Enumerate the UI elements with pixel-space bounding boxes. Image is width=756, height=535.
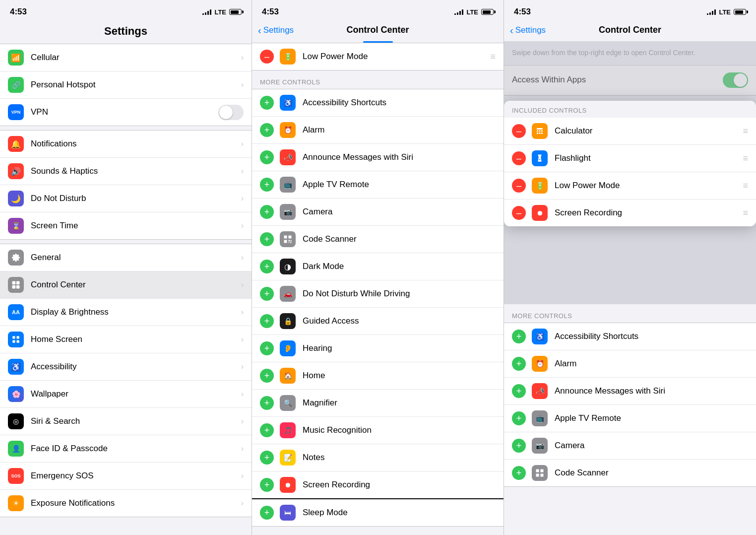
remove-calculator-btn[interactable]: – xyxy=(512,124,526,138)
more-control-notes[interactable]: + 📝 Notes xyxy=(252,444,504,471)
settings-item-cellular[interactable]: 📶 Cellular › xyxy=(0,44,252,71)
more-control-camera3[interactable]: + 📷 Camera xyxy=(504,432,756,460)
add-camera3-btn[interactable]: + xyxy=(512,439,526,453)
settings-item-emergencysos[interactable]: SOS Emergency SOS › xyxy=(0,463,252,490)
back-button-2[interactable]: ‹ Settings xyxy=(258,25,294,35)
included-control-screenrecording[interactable]: – ⏺ Screen Recording ≡ xyxy=(504,200,756,226)
svg-rect-12 xyxy=(289,240,290,242)
included-control-calculator[interactable]: – Calculator ≡ xyxy=(504,118,756,145)
add-accessibility-btn[interactable]: + xyxy=(260,96,274,110)
more-control-announce3[interactable]: + 📣 Announce Messages with Siri xyxy=(504,378,756,405)
panel2-controlcenter: 4:53 LTE ‹ Settings Control Center xyxy=(252,0,504,535)
more-control-dnddriving[interactable]: + 🚗 Do Not Disturb While Driving xyxy=(252,280,504,308)
lte-label-3: LTE xyxy=(719,8,731,16)
more-control-codescanner3[interactable]: + Code Scanner xyxy=(504,460,756,486)
status-bar-2: 4:53 LTE xyxy=(252,0,504,21)
darkmode-icon: ◑ xyxy=(280,259,296,274)
reorder-calculator-icon[interactable]: ≡ xyxy=(743,126,748,136)
codescanner3-label: Code Scanner xyxy=(555,468,748,478)
add-dnddriving-btn[interactable]: + xyxy=(260,287,274,301)
add-sleep-btn[interactable]: + xyxy=(260,506,274,520)
remove-lowpower-btn[interactable]: – xyxy=(260,50,274,64)
add-announce3-btn[interactable]: + xyxy=(512,384,526,398)
access-within-apps-toggle[interactable] xyxy=(723,72,748,88)
more-control-magnifier[interactable]: + 🔍 Magnifier xyxy=(252,390,504,417)
calculator-icon xyxy=(532,123,548,139)
add-appletv-btn[interactable]: + xyxy=(260,178,274,192)
add-guidedaccess-btn[interactable]: + xyxy=(260,314,274,328)
more-control-acc3[interactable]: + ♿ Accessibility Shortcuts xyxy=(504,323,756,350)
more-control-musicrecog[interactable]: + 🎵 Music Recognition xyxy=(252,417,504,444)
add-codescanner-btn[interactable]: + xyxy=(260,232,274,246)
reorder-screenrecording-icon[interactable]: ≡ xyxy=(743,208,748,218)
reorder-lowpower-icon-3[interactable]: ≡ xyxy=(743,181,748,191)
settings-item-display[interactable]: AA Display & Brightness › xyxy=(0,299,252,326)
settings-item-homescreen[interactable]: Home Screen › xyxy=(0,326,252,353)
settings-item-vpn[interactable]: VPN VPN xyxy=(0,99,252,126)
settings-item-faceid[interactable]: 👤 Face ID & Passcode › xyxy=(0,435,252,463)
more-control-alarm3[interactable]: + ⏰ Alarm xyxy=(504,350,756,378)
included-control-lowpower[interactable]: – 🔋 Low Power Mode ≡ xyxy=(504,172,756,200)
more-control-appletv3[interactable]: + 📺 Apple TV Remote xyxy=(504,405,756,432)
settings-item-personal-hotspot[interactable]: 🔗 Personal Hotspot › xyxy=(0,71,252,99)
settings-item-controlcenter[interactable]: Control Center › xyxy=(0,271,252,299)
back-button-3[interactable]: ‹ Settings xyxy=(510,25,546,35)
more-control-screenrecording[interactable]: + ⏺ Screen Recording xyxy=(252,471,504,499)
reorder-lowpower-icon[interactable]: ≡ xyxy=(490,52,496,62)
add-notes-btn[interactable]: + xyxy=(260,451,274,465)
settings-item-sounds[interactable]: 🔊 Sounds & Haptics › xyxy=(0,158,252,185)
add-magnifier-btn[interactable]: + xyxy=(260,396,274,410)
add-announce-btn[interactable]: + xyxy=(260,150,274,164)
add-musicrecog-btn[interactable]: + xyxy=(260,423,274,437)
more-control-sleepmode[interactable]: + 🛏 Sleep Mode xyxy=(252,499,504,526)
add-appletv3-btn[interactable]: + xyxy=(512,411,526,425)
more-control-camera[interactable]: + 📷 Camera xyxy=(252,199,504,226)
add-camera-btn[interactable]: + xyxy=(260,205,274,219)
more-control-darkmode[interactable]: + ◑ Dark Mode xyxy=(252,253,504,280)
add-darkmode-btn[interactable]: + xyxy=(260,260,274,273)
more-control-guidedaccess[interactable]: + 🔒 Guided Access xyxy=(252,308,504,335)
notifications-icon: 🔔 xyxy=(8,136,24,152)
add-alarm-btn[interactable]: + xyxy=(260,123,274,137)
back-label-2: Settings xyxy=(263,25,294,35)
more-control-alarm[interactable]: + ⏰ Alarm xyxy=(252,117,504,144)
add-home-btn[interactable]: + xyxy=(260,369,274,383)
vpn-toggle[interactable] xyxy=(218,105,244,120)
screentime-icon: ⌛ xyxy=(8,218,24,234)
add-alarm3-btn[interactable]: + xyxy=(512,357,526,371)
settings-item-exposure[interactable]: ☀ Exposure Notifications › xyxy=(0,490,252,517)
settings-item-accessibility[interactable]: ♿ Accessibility › xyxy=(0,353,252,381)
svg-rect-8 xyxy=(17,340,19,343)
more-control-accessibility[interactable]: + ♿ Accessibility Shortcuts xyxy=(252,89,504,117)
remove-screenrecording-btn[interactable]: – xyxy=(512,206,526,220)
more-control-announce[interactable]: + 📣 Announce Messages with Siri xyxy=(252,144,504,171)
acc-shortcuts-icon: ♿ xyxy=(280,95,296,111)
add-acc3-btn[interactable]: + xyxy=(512,330,526,343)
settings-item-notifications[interactable]: 🔔 Notifications › xyxy=(0,131,252,158)
add-codescanner3-btn[interactable]: + xyxy=(512,466,526,480)
included-control-flashlight[interactable]: – Flashlight ≡ xyxy=(504,145,756,172)
settings-item-donotdisturb[interactable]: 🌙 Do Not Disturb › xyxy=(0,185,252,212)
add-screenrecording-btn[interactable]: + xyxy=(260,478,274,492)
reorder-flashlight-icon[interactable]: ≡ xyxy=(743,153,748,164)
remove-lowpower2-btn[interactable]: – xyxy=(512,179,526,193)
more-control-hearing[interactable]: + 👂 Hearing xyxy=(252,335,504,362)
settings-item-general[interactable]: General › xyxy=(0,244,252,271)
codescanner-icon xyxy=(280,231,296,247)
battery-icon-3 xyxy=(734,9,746,15)
add-hearing-btn[interactable]: + xyxy=(260,341,274,355)
access-within-apps-row[interactable]: Access Within Apps xyxy=(504,66,756,95)
cellular-chevron: › xyxy=(241,53,244,62)
current-control-lowpower[interactable]: – 🔋 Low Power Mode ≡ xyxy=(252,43,504,70)
more-control-codescanner[interactable]: + Code Scanner xyxy=(252,226,504,253)
settings-item-screentime[interactable]: ⌛ Screen Time › xyxy=(0,212,252,239)
access-within-apps-group: Access Within Apps xyxy=(504,65,756,96)
status-time-3: 4:53 xyxy=(514,7,531,17)
more-control-home[interactable]: + 🏠 Home xyxy=(252,362,504,390)
settings-item-wallpaper[interactable]: 🌸 Wallpaper › xyxy=(0,381,252,408)
settings-group-general: General › Control Center › AA Display & … xyxy=(0,244,252,517)
remove-flashlight-btn[interactable]: – xyxy=(512,151,526,165)
settings-item-siri[interactable]: ◎ Siri & Search › xyxy=(0,408,252,435)
status-icons-2: LTE xyxy=(454,8,494,16)
more-control-appletv[interactable]: + 📺 Apple TV Remote xyxy=(252,171,504,199)
